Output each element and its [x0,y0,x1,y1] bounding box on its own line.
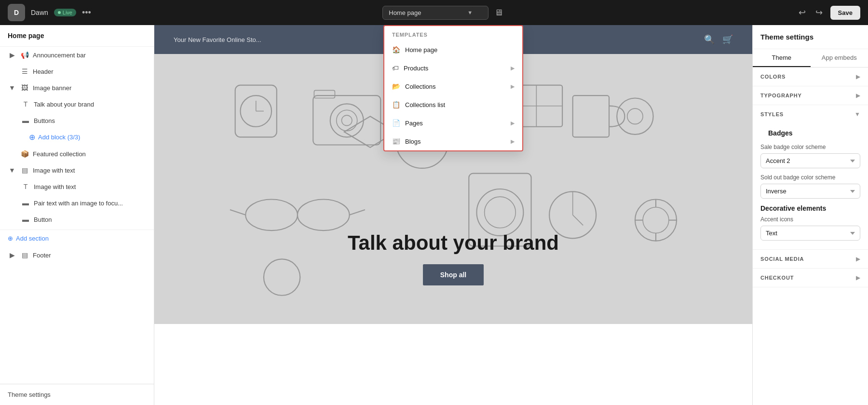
expand-icon: ▼ [8,84,16,92]
section-social-media-header[interactable]: SOCIAL MEDIA ▶ [753,250,868,268]
dropdown-item-home-page[interactable]: 🏠 Home page [384,40,522,59]
dropdown-item-collections-list[interactable]: 📋 Collections list [384,95,522,114]
svg-point-6 [337,110,357,131]
dropdown-item-label: Products [404,65,428,72]
live-badge: Live [54,9,76,16]
section-typography-label: TYPOGRAPHY [760,93,802,98]
announcement-bar-icon: 📢 [20,51,29,59]
shop-all-button[interactable]: Shop all [423,264,484,285]
home-icon: 🏠 [392,46,400,54]
dropdown-item-collections[interactable]: 📂 Collections ▶ [384,77,522,95]
section-typography-header[interactable]: TYPOGRAPHY ▶ [753,86,868,105]
sale-badge-field: Sale badge color scheme Accent 2 Accent … [760,140,860,170]
image-banner-icon: 🖼 [20,84,29,92]
collapse-icon: ▶ [8,51,16,59]
section-styles-label: STYLES [760,111,784,117]
svg-point-5 [330,104,364,137]
add-block-label: Add block (3/3) [38,134,80,141]
svg-line-14 [230,210,245,215]
svg-point-24 [627,108,643,124]
sidebar-item-image-with-text-block[interactable]: T Image with text [0,178,154,195]
sidebar-item-image-banner[interactable]: ▼ 🖼 Image banner [0,80,154,96]
svg-point-37 [264,259,300,295]
undo-button[interactable]: ↩ [797,5,808,20]
tab-theme[interactable]: Theme [753,49,811,67]
svg-rect-22 [573,95,609,137]
sidebar-item-label: Pair text with an image to focu... [34,200,146,207]
sidebar-item-talk-about-brand[interactable]: T Talk about your brand [0,96,154,112]
dropdown-item-label: Collections [405,83,436,90]
dropdown-item-pages[interactable]: 📄 Pages ▶ [384,114,522,132]
preview-store-title: Your New Favorite Online Sto... [174,36,261,43]
right-tabs: Theme App embeds [753,49,868,68]
collections-list-icon: 📋 [392,101,400,108]
sidebar-item-label: Featured collection [33,150,146,158]
dropdown-item-left: 📄 Pages [392,119,423,127]
top-bar-left: D Dawn Live ••• [8,4,91,21]
banner-title: Talk about your brand [348,231,559,255]
sidebar-item-label: Buttons [34,117,146,124]
sidebar-item-pair-text[interactable]: ▬ Pair text with an image to focu... [0,195,154,211]
sidebar-item-label: Image with text [34,183,146,190]
redo-button[interactable]: ↪ [814,5,825,20]
svg-point-7 [341,115,352,126]
add-section-button[interactable]: ⊕ Add section [0,230,154,247]
image-with-text-icon: ▤ [20,166,29,174]
sidebar-item-button[interactable]: ▬ Button [0,211,154,228]
svg-point-32 [476,189,523,236]
chevron-right-icon: ▶ [511,120,515,126]
accent-icons-select[interactable]: Text Icons None [760,226,860,241]
sold-out-badge-select[interactable]: Inverse Accent 1 Accent 2 Default [760,184,860,199]
chevron-right-icon: ▶ [511,138,515,145]
dropdown-item-products[interactable]: 🏷 Products ▶ [384,59,522,77]
sidebar-item-footer[interactable]: ▶ ▤ Footer [0,247,154,263]
section-checkout: CHECKOUT ▶ [753,269,868,287]
featured-collection-icon: 📦 [20,150,29,158]
styles-content: Badges Sale badge color scheme Accent 2 … [753,123,868,249]
section-social-media: SOCIAL MEDIA ▶ [753,250,868,269]
sidebar-item-image-with-text[interactable]: ▼ ▤ Image with text [0,162,154,178]
device-toggle-button[interactable]: 🖥 [492,6,505,20]
section-typography: TYPOGRAPHY ▶ [753,86,868,105]
add-block-button[interactable]: ⊕ Add block (3/3) [0,129,154,146]
template-dropdown-menu[interactable]: TEMPLATES 🏠 Home page 🏷 Products ▶ [383,25,523,151]
page-selector[interactable]: Home page ▼ [382,6,488,20]
section-colors-header[interactable]: COLORS ▶ [753,68,868,86]
save-button[interactable]: Save [830,6,860,20]
chevron-right-icon: ▶ [856,274,860,281]
sidebar-item-label: Talk about your brand [34,101,146,108]
button-block-icon: ▬ [21,216,30,223]
section-styles-header[interactable]: STYLES ▼ [753,105,868,123]
chevron-right-icon: ▶ [856,92,860,99]
top-bar-center: Home page ▼ 🖥 [382,6,505,20]
dropdown-item-label: Collections list [405,101,445,108]
dropdown-item-left: 📂 Collections [392,82,436,90]
badges-title: Badges [760,123,860,140]
sidebar-item-label: Footer [33,252,146,259]
svg-point-33 [485,197,516,228]
sidebar-item-buttons[interactable]: ▬ Buttons [0,112,154,129]
sidebar-item-label: Image with text [33,167,146,174]
sale-badge-select[interactable]: Accent 2 Accent 1 Inverse Default [760,153,860,168]
dropdown-item-label: Home page [405,46,437,54]
chevron-right-icon: ▶ [511,65,515,71]
text-block-icon: T [21,100,30,108]
sidebar-item-announcement-bar[interactable]: ▶ 📢 Announcement bar [0,47,154,63]
page-selector-value: Home page [389,9,421,16]
collections-icon: 📂 [392,82,400,90]
right-sidebar-title: Theme settings [753,25,868,49]
sidebar-item-featured-collection[interactable]: 📦 Featured collection [0,146,154,162]
dropdown-item-label: Blogs [405,138,421,145]
tab-app-embeds[interactable]: App embeds [811,49,868,67]
sidebar-item-header[interactable]: ☰ Header [0,63,154,80]
add-section-label: Add section [16,235,49,242]
more-button[interactable]: ••• [82,8,91,18]
section-checkout-header[interactable]: CHECKOUT ▶ [753,269,868,287]
dropdown-item-blogs[interactable]: 📰 Blogs ▶ [384,132,522,150]
chevron-right-icon: ▶ [856,73,860,80]
page-selector-wrapper: Home page ▼ [382,6,488,20]
button-block-icon: ▬ [21,117,30,124]
sidebar-title: Home page [0,25,154,47]
dropdown-item-left: 📰 Blogs [392,137,421,145]
plus-icon: ⊕ [29,133,35,142]
